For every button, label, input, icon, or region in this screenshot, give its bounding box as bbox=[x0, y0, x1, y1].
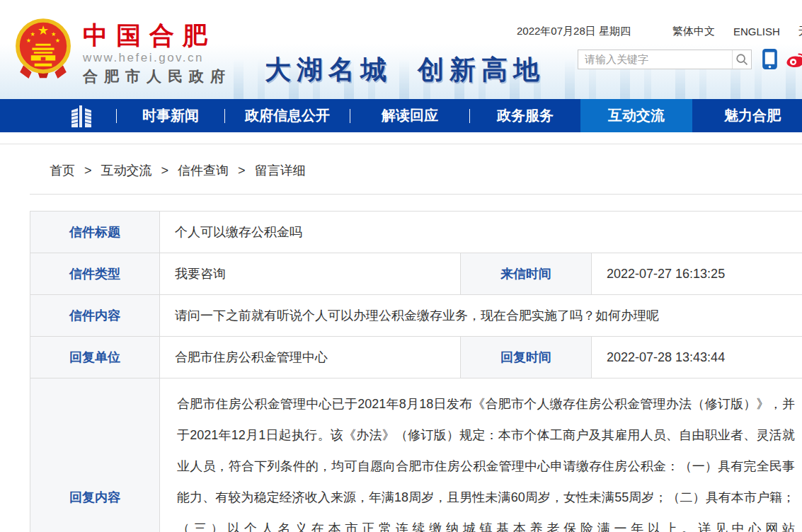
reply-content-label: 回复内容 bbox=[30, 378, 160, 532]
link-english[interactable]: ENGLISH bbox=[724, 25, 789, 37]
search-icon bbox=[735, 53, 748, 66]
received-time-label: 来信时间 bbox=[461, 253, 592, 295]
breadcrumb-letter-query[interactable]: 信件查询 bbox=[178, 163, 229, 178]
slogan-part1: 大湖名城 bbox=[265, 55, 392, 84]
table-row: 信件类型 我要咨询 来信时间 2022-07-27 16:13:25 bbox=[30, 253, 802, 295]
breadcrumb-current-page: 留言详细 bbox=[255, 163, 306, 178]
table-row: 回复单位 合肥市住房公积金管理中心 回复时间 2022-07-28 13:43:… bbox=[30, 337, 802, 378]
site-logo[interactable]: ★ ★ ★ ★ ★ 中国合肥 www.hefei.gov.cn 合肥市人民政府 bbox=[14, 18, 231, 83]
breadcrumb-divider bbox=[30, 194, 802, 195]
reply-time-value: 2022-07-28 13:43:44 bbox=[592, 337, 802, 378]
reply-time-label: 回复时间 bbox=[461, 337, 592, 378]
svg-text:★: ★ bbox=[30, 31, 35, 37]
breadcrumb-separator: > bbox=[238, 163, 246, 178]
content-top-divider bbox=[0, 144, 802, 144]
reply-org-label: 回复单位 bbox=[30, 337, 160, 378]
letter-type-value: 我要咨询 bbox=[160, 253, 461, 295]
nav-item-news[interactable]: 时事新闻 bbox=[117, 106, 224, 125]
search-button[interactable] bbox=[732, 50, 751, 69]
search-area bbox=[578, 48, 802, 70]
national-emblem-icon: ★ ★ ★ ★ ★ bbox=[14, 18, 72, 81]
letter-title-label: 信件标题 bbox=[30, 212, 160, 253]
svg-text:★: ★ bbox=[26, 37, 31, 44]
breadcrumb: 首页 > 互动交流 > 信件查询 > 留言详细 bbox=[50, 162, 802, 179]
nav-item-gov-services[interactable]: 政务服务 bbox=[470, 106, 580, 125]
search-box bbox=[578, 50, 752, 69]
weibo-icon[interactable] bbox=[786, 50, 802, 68]
mobile-version-icon[interactable] bbox=[762, 48, 778, 70]
letter-detail-table: 信件标题 个人可以缴存公积金吗 信件类型 我要咨询 来信时间 2022-07-2… bbox=[30, 211, 802, 532]
letter-content-value: 请问一下之前就有听说个人可以办理公积金缴存业务，现在合肥实施了吗？如何办理呢 bbox=[160, 295, 802, 337]
site-header: ★ ★ ★ ★ ★ 中国合肥 www.hefei.gov.cn 合肥市人民政府 … bbox=[0, 0, 802, 99]
nav-home-building-icon[interactable] bbox=[68, 105, 95, 127]
breadcrumb-home[interactable]: 首页 bbox=[50, 163, 75, 178]
letter-type-label: 信件类型 bbox=[30, 253, 160, 295]
reply-org-value: 合肥市住房公积金管理中心 bbox=[160, 337, 461, 378]
breadcrumb-separator: > bbox=[161, 163, 169, 178]
site-name: 中国合肥 bbox=[83, 23, 231, 47]
breadcrumb-interaction[interactable]: 互动交流 bbox=[101, 163, 152, 178]
breadcrumb-separator: > bbox=[84, 163, 92, 178]
nav-item-charm-hefei[interactable]: 魅力合肥 bbox=[692, 106, 802, 125]
date-text: 2022年07月28日 星期四 bbox=[517, 25, 631, 38]
received-time-value: 2022-07-27 16:13:25 bbox=[592, 253, 802, 295]
table-row: 信件标题 个人可以缴存公积金吗 bbox=[30, 212, 802, 253]
link-traditional-chinese[interactable]: 繁体中文 bbox=[663, 25, 724, 38]
nav-item-interaction-active[interactable]: 互动交流 bbox=[580, 99, 692, 132]
main-nav-bar: 时事新闻 政府信息公开 解读回应 政务服务 互动交流 魅力合肥 bbox=[0, 99, 802, 132]
nav-item-interpretation[interactable]: 解读回应 bbox=[350, 106, 469, 125]
letter-title-value: 个人可以缴存公积金吗 bbox=[160, 212, 802, 253]
table-row: 回复内容 合肥市住房公积金管理中心已于2021年8月18日发布《合肥市个人缴存住… bbox=[30, 378, 802, 532]
reply-content-value: 合肥市住房公积金管理中心已于2021年8月18日发布《合肥市个人缴存住房公积金管… bbox=[160, 378, 802, 532]
site-subtitle: 合肥市人民政府 bbox=[83, 69, 231, 83]
site-slogan: 大湖名城创新高地 bbox=[265, 52, 545, 88]
search-input[interactable] bbox=[578, 53, 732, 65]
link-accessibility[interactable]: 无障碍阅读 bbox=[789, 25, 802, 38]
site-url: www.hefei.gov.cn bbox=[83, 52, 231, 64]
svg-text:★: ★ bbox=[51, 31, 56, 37]
svg-text:★: ★ bbox=[38, 24, 49, 38]
slogan-part2: 创新高地 bbox=[418, 55, 545, 84]
table-row: 信件内容 请问一下之前就有听说个人可以办理公积金缴存业务，现在合肥实施了吗？如何… bbox=[30, 295, 802, 337]
header-utility-bar: 2022年07月28日 星期四 繁体中文 ENGLISH 无障碍阅读 bbox=[517, 25, 802, 38]
letter-content-label: 信件内容 bbox=[30, 295, 160, 337]
svg-text:★: ★ bbox=[55, 37, 60, 44]
logo-text: 中国合肥 www.hefei.gov.cn 合肥市人民政府 bbox=[83, 18, 231, 83]
nav-item-info-disclosure[interactable]: 政府信息公开 bbox=[225, 106, 350, 125]
